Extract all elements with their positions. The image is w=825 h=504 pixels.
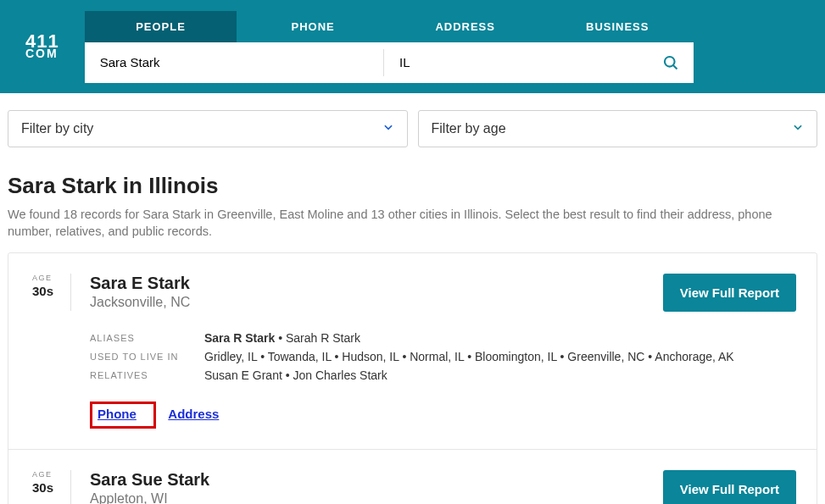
lived-value: Gridley, IL • Towanda, IL • Hudson, IL •… <box>204 347 734 366</box>
content: Filter by city Filter by age Sara Stark … <box>0 93 825 504</box>
relatives-label: RELATIVES <box>90 366 204 385</box>
tab-address[interactable]: ADDRESS <box>389 11 542 42</box>
logo-bottom: COM <box>25 49 59 59</box>
filter-city[interactable]: Filter by city <box>8 110 408 147</box>
tab-phone[interactable]: PHONE <box>237 11 389 42</box>
site-header: 411 COM PEOPLE PHONE ADDRESS BUSINESS <box>0 0 825 93</box>
filters-row: Filter by city Filter by age <box>8 110 817 147</box>
view-report-button[interactable]: View Full Report <box>663 470 796 504</box>
relatives-value: Susan E Grant • Jon Charles Stark <box>204 366 734 385</box>
tab-people[interactable]: PEOPLE <box>85 11 237 42</box>
search-area: PEOPLE PHONE ADDRESS BUSINESS <box>85 11 825 83</box>
aliases-label: ALIASES <box>90 329 204 347</box>
tab-business[interactable]: BUSINESS <box>541 11 694 42</box>
results-list: AGE 30s Sara E Stark Jacksonville, NC AL… <box>8 252 817 504</box>
age-value: 30s <box>32 480 62 495</box>
phone-link[interactable]: Phone <box>98 407 137 421</box>
page-title: Sara Stark in Illinois <box>8 173 817 199</box>
page-subtitle: We found 18 records for Sara Stark in Gr… <box>8 206 817 241</box>
lived-label: USED TO LIVE IN <box>90 347 204 366</box>
filter-age-label: Filter by age <box>432 121 506 136</box>
age-column: AGE 30s <box>32 470 71 504</box>
aliases-value: Sara R Stark • Sarah R Stark <box>204 329 734 347</box>
age-column: AGE 30s <box>32 274 71 311</box>
chevron-down-icon <box>792 121 804 136</box>
search-tabs: PEOPLE PHONE ADDRESS BUSINESS <box>85 11 694 42</box>
age-value: 30s <box>32 284 62 298</box>
view-report-button[interactable]: View Full Report <box>663 274 796 312</box>
search-button[interactable] <box>647 42 694 83</box>
address-link[interactable]: Address <box>168 407 219 421</box>
search-state-input[interactable] <box>384 42 647 83</box>
svg-point-0 <box>664 56 674 66</box>
filter-city-label: Filter by city <box>21 121 93 136</box>
phone-link-highlight: Phone <box>90 402 156 429</box>
logo[interactable]: 411 COM <box>25 34 59 60</box>
meta-labels: ALIASES USED TO LIVE IN RELATIVES <box>90 329 204 385</box>
filter-age[interactable]: Filter by age <box>418 110 818 147</box>
meta-values: Sara R Stark • Sarah R Stark Gridley, IL… <box>204 329 734 385</box>
svg-line-1 <box>672 64 677 69</box>
chevron-down-icon <box>382 121 394 136</box>
result-meta: ALIASES USED TO LIVE IN RELATIVES Sara R… <box>90 329 793 385</box>
title-block: Sara Stark in Illinois We found 18 recor… <box>8 173 817 241</box>
result-card: AGE 30s Sara E Stark Jacksonville, NC AL… <box>8 253 817 450</box>
result-links: Phone Address <box>90 402 793 429</box>
search-bar <box>85 42 694 83</box>
result-card: AGE 30s Sara Sue Stark Appleton, WI View… <box>8 450 817 504</box>
age-label: AGE <box>32 470 62 479</box>
search-name-input[interactable] <box>85 42 383 83</box>
search-icon <box>662 54 679 71</box>
age-label: AGE <box>32 274 62 282</box>
